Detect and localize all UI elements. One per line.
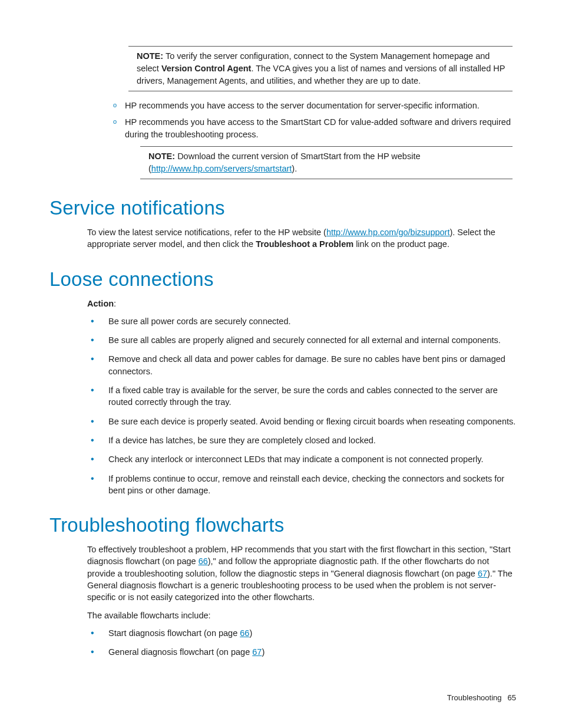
action-list: Be sure all power cords are securely con…	[87, 315, 516, 496]
list-item-text: Be sure all power cords are securely con…	[108, 317, 291, 326]
note-text-end: ).	[292, 164, 297, 173]
recommend-list: HP recommends you have access to the ser…	[113, 100, 516, 179]
list-item-text: If a fixed cable tray is available for t…	[108, 386, 498, 407]
note-box-container: NOTE: To verify the server configuration…	[128, 46, 513, 91]
note-prefix: NOTE:	[137, 51, 163, 61]
text-fragment: Start diagnosis flowchart (on page	[108, 628, 240, 638]
action-label: Action	[87, 299, 114, 308]
text-fragment: )	[262, 647, 265, 657]
page-ref-66[interactable]: 66	[240, 628, 249, 638]
troubleshoot-link-label: Troubleshoot a Problem	[256, 239, 353, 249]
note-box: NOTE: To verify the server configuration…	[128, 46, 513, 91]
flow-paragraph-1: To effectively troubleshoot a problem, H…	[87, 543, 516, 603]
list-item-text: Be sure each device is properly seated. …	[108, 417, 515, 426]
page-ref-67[interactable]: 67	[478, 569, 487, 578]
list-item: Check any interlock or interconnect LEDs…	[87, 453, 516, 465]
bizsupport-link[interactable]: http://www.hp.com/go/bizsupport	[326, 228, 450, 237]
footer-section: Troubleshooting	[447, 693, 502, 702]
note-box-inner: NOTE: Download the current version of Sm…	[140, 146, 513, 179]
list-item: If a device has latches, be sure they ar…	[87, 434, 516, 446]
action-colon: :	[114, 299, 116, 308]
page-ref-66[interactable]: 66	[199, 556, 208, 566]
list-item-text: Remove and check all data and power cabl…	[108, 354, 505, 375]
list-item: If a fixed cable tray is available for t…	[87, 384, 516, 409]
heading-loose-connections: Loose connections	[49, 268, 516, 291]
heading-troubleshooting-flowcharts: Troubleshooting flowcharts	[49, 514, 516, 536]
loose-body: Action: Be sure all power cords are secu…	[87, 298, 516, 497]
action-label-line: Action:	[87, 298, 516, 309]
list-item-text: Be sure all cables are properly aligned …	[108, 335, 501, 345]
service-body: To view the latest service notifications…	[87, 226, 516, 251]
list-item: Be sure each device is properly seated. …	[87, 416, 516, 427]
flowchart-list: Start diagnosis flowchart (on page 66) G…	[87, 627, 516, 658]
text-fragment: General diagnosis flowchart (on page	[108, 647, 252, 657]
list-item-text: If a device has latches, be sure they ar…	[108, 436, 376, 445]
heading-service-notifications: Service notifications	[49, 197, 516, 219]
list-item: Be sure all cables are properly aligned …	[87, 334, 516, 346]
list-item: If problems continue to occur, remove an…	[87, 473, 516, 497]
smartstart-link[interactable]: http://www.hp.com/servers/smartstart	[151, 164, 292, 173]
list-item: General diagnosis flowchart (on page 67)	[87, 646, 516, 658]
list-item-text: If problems continue to occur, remove an…	[108, 474, 504, 495]
document-page: NOTE: To verify the server configuration…	[0, 0, 562, 728]
page-footer: Troubleshooting65	[447, 693, 516, 702]
list-item-text: HP recommends you have access to the Sma…	[125, 117, 511, 139]
text-fragment: )	[249, 628, 252, 638]
list-item: HP recommends you have access to the Sma…	[113, 116, 516, 179]
footer-page-number: 65	[508, 693, 516, 702]
list-item: Start diagnosis flowchart (on page 66)	[87, 627, 516, 639]
list-item: Be sure all power cords are securely con…	[87, 315, 516, 327]
note-prefix: NOTE:	[148, 151, 175, 161]
list-item-text: HP recommends you have access to the ser…	[125, 101, 480, 110]
page-ref-67[interactable]: 67	[252, 647, 262, 657]
flow-body: To effectively troubleshoot a problem, H…	[87, 543, 516, 658]
list-item: HP recommends you have access to the ser…	[113, 100, 516, 111]
recommend-list-wrap: HP recommends you have access to the ser…	[113, 100, 516, 179]
list-item-text: Check any interlock or interconnect LEDs…	[108, 454, 483, 464]
list-item: Remove and check all data and power cabl…	[87, 353, 516, 377]
note-bold-vca: Version Control Agent	[161, 64, 252, 73]
text-fragment: link on the product page.	[353, 239, 449, 249]
text-fragment: To view the latest service notifications…	[87, 228, 326, 237]
flow-paragraph-2: The available flowcharts include:	[87, 610, 516, 621]
service-paragraph: To view the latest service notifications…	[87, 226, 516, 251]
